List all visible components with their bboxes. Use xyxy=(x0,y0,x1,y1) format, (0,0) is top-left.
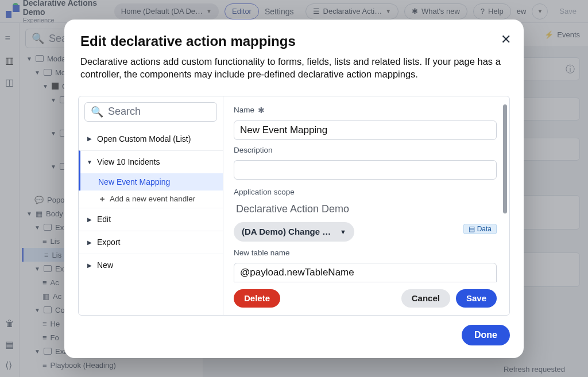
required-icon: ✱ xyxy=(258,106,265,115)
edit-mappings-modal: Edit declarative action mappings ✕ Decla… xyxy=(64,20,524,358)
accordion-export[interactable]: ▶Export xyxy=(79,231,223,254)
modal-overlay: Edit declarative action mappings ✕ Decla… xyxy=(0,0,588,377)
add-event-handler[interactable]: ＋Add a new event handler xyxy=(79,191,223,208)
new-table-label: New table name xyxy=(234,248,497,257)
data-pill[interactable]: ▤ Data xyxy=(463,224,497,234)
mapping-new-event[interactable]: New Event Mapping xyxy=(79,173,223,191)
action-dropdown-label: (DA Demo) Change Lis… xyxy=(242,227,334,236)
delete-button[interactable]: Delete xyxy=(234,289,280,308)
app-scope-value: Declarative Action Demo xyxy=(234,202,497,216)
modal-description: Declarative actions add custom functiona… xyxy=(80,55,508,81)
description-label: Description xyxy=(234,146,497,154)
close-icon[interactable]: ✕ xyxy=(501,32,511,47)
scrollbar[interactable] xyxy=(503,104,507,213)
mappings-search-placeholder: Search xyxy=(108,106,141,118)
mappings-search-input[interactable]: 🔍 Search xyxy=(84,102,217,122)
modal-title: Edit declarative action mappings xyxy=(80,33,508,49)
data-icon: ▤ xyxy=(469,225,475,233)
modal-body: 🔍 Search ▶Open Custom Modal (List) ▼View… xyxy=(78,96,510,316)
accordion-edit[interactable]: ▶Edit xyxy=(79,208,223,231)
save-button[interactable]: Save xyxy=(456,289,497,308)
accordion-view-incidents[interactable]: ▼View 10 Incidents xyxy=(79,150,223,173)
description-input[interactable] xyxy=(234,160,497,180)
accordion-new[interactable]: ▶New xyxy=(79,254,223,277)
accordion-open-custom-modal[interactable]: ▶Open Custom Modal (List) xyxy=(79,127,223,150)
action-dropdown[interactable]: (DA Demo) Change Lis… ▼ xyxy=(234,222,354,242)
form-button-row: Delete Cancel Save xyxy=(234,289,497,308)
mapping-form: Name ✱ New Event Mapping Description App… xyxy=(223,96,509,315)
cancel-button[interactable]: Cancel xyxy=(401,289,450,308)
modal-footer: Done xyxy=(64,316,524,358)
chevron-down-icon: ▼ xyxy=(340,228,346,235)
mappings-list-column: 🔍 Search ▶Open Custom Modal (List) ▼View… xyxy=(79,96,223,315)
done-button[interactable]: Done xyxy=(462,325,510,345)
name-label: Name ✱ xyxy=(234,106,497,115)
new-table-input[interactable]: @payload.newTableName xyxy=(234,263,497,282)
search-icon: 🔍 xyxy=(91,106,103,118)
name-input[interactable]: New Event Mapping xyxy=(234,121,497,140)
plus-icon: ＋ xyxy=(98,194,106,204)
app-scope-label: Application scope xyxy=(234,188,497,196)
